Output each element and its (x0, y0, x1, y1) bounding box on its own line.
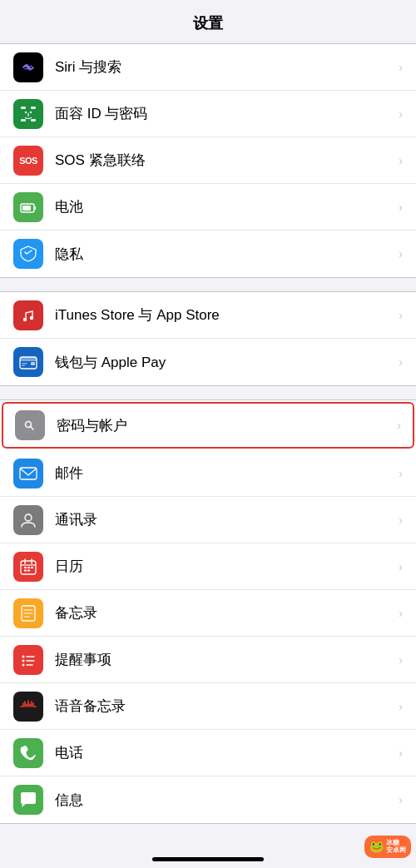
passwords-row[interactable]: 密码与帐户 › (2, 402, 414, 449)
wallet-label: 钱包与 Apple Pay (55, 353, 392, 372)
voice-row[interactable]: 语音备忘录 › (0, 683, 416, 730)
svg-point-40 (22, 663, 25, 666)
reminders-label: 提醒事项 (55, 650, 392, 669)
page-container: 设置 Siri 与搜索 › (0, 0, 416, 824)
reminders-icon (13, 645, 43, 675)
svg-rect-9 (22, 206, 31, 211)
home-indicator (152, 857, 264, 861)
itunes-row[interactable]: iTunes Store 与 App Store › (0, 292, 416, 339)
svg-rect-4 (31, 119, 36, 122)
passwords-chevron: › (397, 419, 401, 432)
svg-point-5 (25, 111, 27, 112)
faceid-label: 面容 ID 与密码 (55, 104, 392, 123)
faceid-icon (13, 99, 43, 129)
settings-section-3: 密码与帐户 › 邮件 › 通讯录 › (0, 399, 416, 824)
settings-section-1: Siri 与搜索 › 面容 ID 与密码 › SO (0, 43, 416, 278)
svg-rect-32 (24, 569, 27, 571)
reminders-row[interactable]: 提醒事项 › (0, 637, 416, 683)
passwords-icon (15, 410, 45, 440)
calendar-chevron: › (399, 560, 403, 573)
itunes-label: iTunes Store 与 App Store (55, 305, 392, 325)
svg-point-24 (25, 514, 32, 521)
sos-row[interactable]: SOS SOS 紧急联络 › (0, 137, 416, 184)
notes-chevron: › (399, 607, 403, 620)
battery-row[interactable]: 电池 › (0, 184, 416, 231)
svg-rect-8 (34, 206, 36, 210)
mail-row[interactable]: 邮件 › (0, 450, 416, 497)
siri-row[interactable]: Siri 与搜索 › (0, 44, 416, 91)
svg-rect-2 (31, 107, 36, 109)
reminders-chevron: › (399, 653, 403, 667)
phone-chevron: › (399, 746, 403, 760)
watermark: 🐸 冰糖安卓网 (364, 836, 411, 858)
wallet-row[interactable]: 钱包与 Apple Pay › (0, 339, 416, 385)
passwords-label: 密码与帐户 (57, 416, 390, 435)
privacy-row[interactable]: 隐私 › (0, 231, 416, 277)
privacy-label: 隐私 (55, 245, 392, 264)
phone-label: 电话 (55, 743, 392, 762)
sos-label: SOS 紧急联络 (55, 151, 392, 170)
notes-label: 备忘录 (55, 603, 392, 622)
faceid-row[interactable]: 面容 ID 与密码 › (0, 91, 416, 137)
battery-icon (13, 192, 43, 222)
svg-rect-10 (19, 306, 37, 325)
svg-rect-29 (24, 567, 27, 568)
calendar-label: 日历 (55, 557, 392, 576)
svg-point-6 (30, 111, 32, 112)
contacts-chevron: › (399, 513, 403, 527)
battery-label: 电池 (55, 197, 392, 216)
calendar-icon (13, 552, 43, 582)
wallet-chevron: › (399, 355, 403, 369)
itunes-chevron: › (399, 309, 403, 322)
messages-icon (13, 785, 43, 815)
sos-icon: SOS (13, 146, 43, 176)
mail-icon (13, 459, 43, 489)
messages-row[interactable]: 信息 › (0, 776, 416, 823)
phone-row[interactable]: 电话 › (0, 730, 416, 776)
contacts-icon (13, 505, 43, 535)
messages-label: 信息 (55, 791, 392, 810)
calendar-row[interactable]: 日历 › (0, 543, 416, 590)
privacy-chevron: › (399, 247, 403, 260)
contacts-row[interactable]: 通讯录 › (0, 497, 416, 543)
svg-point-11 (23, 317, 27, 320)
messages-chevron: › (399, 793, 403, 806)
notes-row[interactable]: 备忘录 › (0, 590, 416, 637)
wallet-icon (13, 347, 43, 377)
mail-label: 邮件 (55, 464, 392, 483)
svg-rect-23 (20, 468, 37, 479)
voice-label: 语音备忘录 (55, 697, 392, 716)
voice-chevron: › (399, 700, 403, 713)
battery-chevron: › (399, 201, 403, 214)
svg-rect-31 (31, 567, 33, 568)
svg-rect-19 (22, 418, 37, 433)
itunes-icon (13, 300, 43, 330)
svg-rect-16 (31, 362, 35, 365)
sos-chevron: › (399, 154, 403, 167)
settings-section-2: iTunes Store 与 App Store › 钱包与 Apple Pay… (0, 291, 416, 386)
svg-rect-18 (22, 365, 25, 367)
mail-chevron: › (399, 467, 403, 480)
contacts-label: 通讯录 (55, 510, 392, 529)
svg-point-38 (22, 655, 25, 657)
svg-rect-17 (22, 363, 27, 365)
siri-icon (13, 52, 43, 82)
svg-rect-30 (27, 567, 30, 568)
privacy-icon (13, 239, 43, 269)
svg-point-12 (30, 315, 33, 319)
siri-chevron: › (399, 61, 403, 74)
phone-icon (13, 738, 43, 768)
faceid-chevron: › (399, 107, 403, 121)
svg-point-39 (22, 659, 25, 662)
notes-icon (13, 598, 43, 628)
svg-rect-33 (27, 569, 30, 571)
svg-rect-1 (21, 107, 26, 109)
siri-label: Siri 与搜索 (55, 57, 392, 77)
svg-rect-3 (21, 119, 26, 122)
voice-icon (13, 692, 43, 722)
page-title: 设置 (0, 0, 416, 43)
